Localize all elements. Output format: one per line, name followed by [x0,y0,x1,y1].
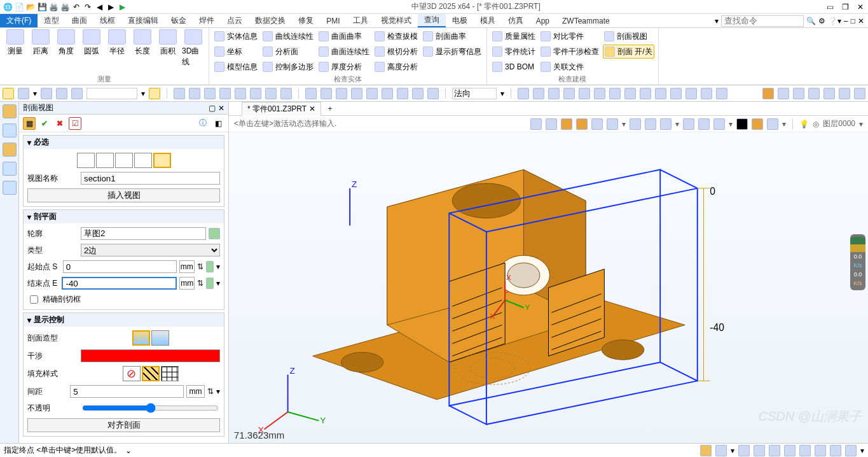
bulb-icon[interactable]: 💡 [799,120,809,129]
tool-icon[interactable] [701,88,712,99]
section-curv-button[interactable]: 剖面曲率 [422,29,483,43]
view-icon[interactable] [793,88,804,99]
grid-icon[interactable] [41,88,52,99]
open-icon[interactable]: 📂 [25,2,36,12]
align-section-button[interactable]: 对齐剖面 [27,418,220,432]
dropdown-icon[interactable]: ▾ [782,120,786,129]
dropdown-icon[interactable]: ▾ [141,89,145,98]
viewport-3d[interactable]: 0 -40 Y X -X Z Y X Z 71.3623 [229,132,868,443]
child-close-icon[interactable]: ✕ [858,17,864,25]
print-icon[interactable]: 🖨️ [48,2,59,12]
new-tab-icon[interactable]: ＋ [321,103,339,114]
thickness-button[interactable]: 厚度分析 [317,60,371,74]
bom-button[interactable]: 3D BOM [491,60,537,74]
shape-opt-1[interactable] [132,330,150,346]
save-icon[interactable]: 💾 [37,2,47,12]
tool-icon[interactable] [397,88,408,99]
menu-tab[interactable]: 仿真 [502,14,530,27]
add-icon[interactable] [18,88,29,99]
status-icon[interactable] [784,445,796,456]
interfere-button[interactable]: 零件干涉检查 [539,45,600,59]
model-info-button[interactable]: 模型信息 [213,60,259,74]
tool-icon[interactable] [235,88,246,99]
part-stat-button[interactable]: 零件统计 [491,45,537,59]
collapse-icon[interactable]: ▾ [27,138,31,147]
dropdown-icon[interactable]: ▾ [500,89,504,98]
tool-icon[interactable] [336,88,347,99]
view-icon[interactable] [778,88,789,99]
spinner-icon[interactable]: ⇅ [207,387,214,396]
palette-tree-icon[interactable] [3,123,17,137]
tool-icon[interactable] [351,88,362,99]
menu-tab[interactable]: PMI [320,14,346,27]
tool-icon[interactable] [624,88,636,99]
menu-tab[interactable]: 直接编辑 [121,14,165,27]
spacing-input[interactable] [70,385,184,398]
vtool-icon[interactable] [630,118,641,130]
menu-tab[interactable]: 工具 [347,14,375,27]
tool-icon[interactable] [579,88,590,99]
curve3d-button[interactable]: 3D曲线 [182,29,205,74]
child-max-icon[interactable]: □ [851,17,855,25]
restore-icon[interactable]: ❐ [840,2,850,12]
filter-input[interactable] [86,88,137,99]
filter-icon[interactable] [71,88,83,99]
vtool-icon[interactable] [660,118,672,130]
collapse-icon[interactable]: ▾ [27,213,31,221]
menu-tab[interactable]: ZWTeammate [556,14,616,27]
color-black[interactable] [736,118,748,130]
profile-input[interactable] [81,227,206,240]
length-button[interactable]: 长度 [131,29,154,74]
menu-tab[interactable]: 视觉样式 [375,14,418,27]
surf-curv-button[interactable]: 曲面曲率 [317,29,371,43]
dropdown-icon[interactable]: ▾ [731,446,734,455]
status-dropdown-icon[interactable]: ⌄ [125,446,132,455]
palette-box-icon[interactable] [3,143,17,157]
dropdown-icon[interactable]: ▾ [216,262,220,271]
plane-opt-3[interactable] [115,153,133,168]
angle-button[interactable]: 角度 [55,29,78,74]
tool-icon[interactable] [382,88,393,99]
undercut-button[interactable]: 根切分析 [373,45,419,59]
dropdown-icon[interactable]: ▾ [216,279,220,288]
nav-back-icon[interactable]: ◀ [94,2,104,12]
tool-icon[interactable] [563,88,575,99]
tool-icon[interactable] [174,88,185,99]
tool-icon[interactable] [320,88,332,99]
tool-icon[interactable] [280,88,292,99]
dash-circle-icon[interactable] [56,88,67,99]
view-icon[interactable] [808,88,820,99]
tool-icon[interactable] [412,88,424,99]
search-icon[interactable]: 🔍 [806,17,816,25]
panel-undock-icon[interactable]: ▢ [209,104,216,113]
info-icon[interactable]: ⓘ [196,117,209,130]
status-icon[interactable] [754,445,765,456]
fill-hatch[interactable] [142,366,160,381]
menu-tab[interactable]: 钣金 [165,14,193,27]
tool-icon[interactable] [640,88,651,99]
menu-tab[interactable]: 电极 [446,14,474,27]
entity-info-button[interactable]: 实体信息 [213,29,259,43]
nav-fwd-icon[interactable]: ▶ [106,2,116,12]
face-direction-input[interactable] [452,88,497,99]
dropdown-icon[interactable]: ▾ [33,89,37,98]
ok-icon[interactable]: ✔ [38,117,51,130]
settings-icon[interactable]: ⚙ [818,17,825,25]
refresh-icon[interactable] [149,88,160,99]
tool-icon[interactable] [594,88,605,99]
section-toggle-button[interactable]: 剖面 开/关 [603,45,654,59]
tool-icon[interactable] [609,88,621,99]
pick-icon[interactable] [206,278,214,289]
new-icon[interactable]: 📄 [14,2,24,12]
command-search-input[interactable] [721,15,804,27]
dropdown-icon[interactable]: ▾ [860,446,864,455]
fill-none[interactable]: ⊘ [123,366,141,381]
dropdown-icon[interactable]: ▾ [729,120,733,129]
menu-tab[interactable]: 修复 [292,14,320,27]
end-input[interactable] [62,277,177,290]
fill-grid[interactable] [161,366,179,381]
apply-icon[interactable]: ☑ [69,117,81,130]
collapse-icon[interactable]: ▾ [27,316,31,325]
shape-opt-2[interactable] [151,330,169,346]
dropdown-icon[interactable]: ▾ [859,120,863,129]
